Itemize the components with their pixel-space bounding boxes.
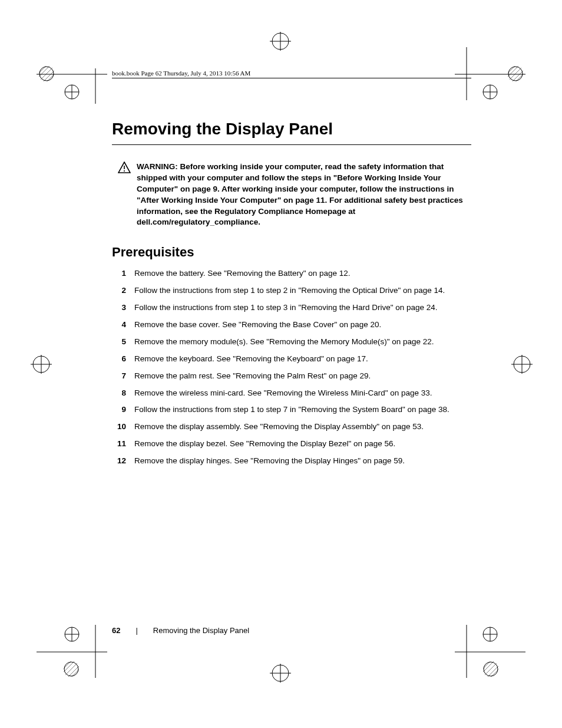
- step-number: 6: [112, 354, 126, 365]
- warning-block: WARNING: Before working inside your comp…: [118, 162, 471, 228]
- footer-separator: |: [135, 626, 137, 635]
- crop-mark-decoration: [263, 661, 298, 685]
- warning-triangle-icon: [118, 162, 131, 228]
- step-text: Remove the wireless mini-card. See "Remo…: [134, 388, 471, 399]
- list-item: 5Remove the memory module(s). See "Remov…: [112, 337, 471, 348]
- step-number: 8: [112, 388, 126, 399]
- step-number: 9: [112, 404, 126, 416]
- list-item: 8Remove the wireless mini-card. See "Rem…: [112, 388, 471, 399]
- list-item: 6Remove the keyboard. See "Removing the …: [112, 354, 471, 365]
- step-text: Remove the display hinges. See "Removing…: [134, 456, 471, 467]
- step-text: Follow the instructions from step 1 to s…: [134, 404, 471, 416]
- step-number: 2: [112, 285, 126, 297]
- step-text: Remove the display bezel. See "Removing …: [134, 439, 471, 450]
- page-header-metadata: book.book Page 62 Thursday, July 4, 2013…: [112, 70, 471, 78]
- footer-label: Removing the Display Panel: [153, 626, 249, 635]
- crop-mark-decoration: [504, 353, 540, 376]
- list-item: 11Remove the display bezel. See "Removin…: [112, 439, 471, 450]
- hatched-circle-icon: [483, 661, 498, 677]
- hatched-circle-icon: [39, 66, 54, 81]
- hatched-circle-icon: [64, 661, 79, 677]
- page-title: Removing the Display Panel: [112, 120, 471, 145]
- crop-mark-decoration: [263, 29, 298, 53]
- svg-line-43: [516, 74, 523, 81]
- step-text: Remove the memory module(s). See "Removi…: [134, 337, 471, 348]
- warning-body: Before working inside your computer, rea…: [137, 162, 463, 226]
- step-number: 11: [112, 439, 126, 450]
- page-number: 62: [112, 626, 120, 635]
- list-item: 4Remove the base cover. See "Removing th…: [112, 319, 471, 331]
- svg-line-49: [72, 670, 79, 677]
- section-heading-prerequisites: Prerequisites: [112, 245, 471, 260]
- warning-text: WARNING: Before working inside your comp…: [137, 162, 471, 228]
- list-item: 10Remove the display assembly. See "Remo…: [112, 421, 471, 433]
- list-item: 7Remove the palm rest. See "Removing the…: [112, 371, 471, 382]
- page-footer: 62 | Removing the Display Panel: [112, 626, 249, 635]
- list-item: 9Follow the instructions from step 1 to …: [112, 404, 471, 416]
- svg-point-57: [124, 170, 125, 172]
- step-text: Remove the base cover. See "Removing the…: [134, 319, 471, 331]
- step-text: Follow the instructions from step 1 to s…: [134, 302, 471, 314]
- svg-line-42: [508, 66, 515, 73]
- step-number: 10: [112, 421, 126, 433]
- list-item: 12Remove the display hinges. See "Removi…: [112, 456, 471, 467]
- step-text: Remove the palm rest. See "Removing the …: [134, 371, 471, 382]
- step-number: 3: [112, 302, 126, 314]
- step-text: Remove the display assembly. See "Removi…: [134, 421, 471, 433]
- svg-line-36: [39, 66, 46, 73]
- step-number: 5: [112, 337, 126, 348]
- svg-line-55: [491, 670, 498, 677]
- step-number: 7: [112, 371, 126, 382]
- crop-mark-decoration: [24, 353, 59, 376]
- warning-label: WARNING:: [137, 162, 178, 171]
- step-number: 1: [112, 268, 126, 279]
- step-number: 12: [112, 456, 126, 467]
- svg-line-54: [483, 661, 490, 668]
- list-item: 1Remove the battery. See "Removing the B…: [112, 268, 471, 279]
- hatched-circle-icon: [508, 66, 523, 81]
- step-text: Remove the battery. See "Removing the Ba…: [134, 268, 471, 279]
- step-text: Remove the keyboard. See "Removing the K…: [134, 354, 471, 365]
- step-number: 4: [112, 319, 126, 331]
- page-content: book.book Page 62 Thursday, July 4, 2013…: [112, 70, 471, 473]
- step-text: Follow the instructions from step 1 to s…: [134, 285, 471, 297]
- svg-line-48: [64, 661, 71, 668]
- list-item: 2Follow the instructions from step 1 to …: [112, 285, 471, 297]
- list-item: 3Follow the instructions from step 1 to …: [112, 302, 471, 314]
- svg-line-37: [47, 74, 54, 81]
- prerequisites-list: 1Remove the battery. See "Removing the B…: [112, 268, 471, 467]
